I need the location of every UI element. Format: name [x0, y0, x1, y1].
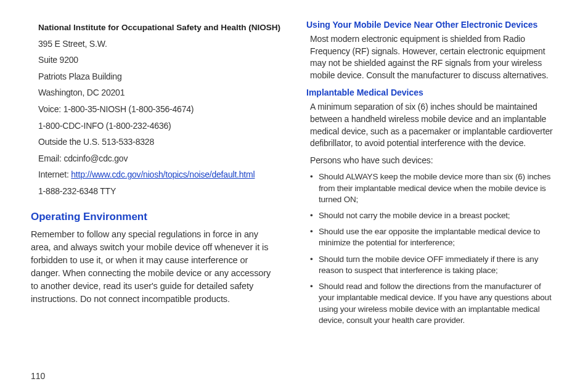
- list-item: Should turn the mobile device OFF immedi…: [310, 254, 557, 276]
- implant-body-2: Persons who have such devices:: [306, 155, 557, 167]
- niosh-building: Patriots Plaza Building: [38, 68, 282, 85]
- niosh-voice: Voice: 1-800-35-NIOSH (1-800-356-4674): [38, 101, 282, 118]
- niosh-cdcinfo: 1-800-CDC-INFO (1-800-232-4636): [38, 118, 282, 134]
- list-item: Should read and follow the directions fr…: [310, 281, 557, 326]
- left-column: National Institute for Occupational Safe…: [31, 20, 282, 332]
- niosh-outside-us: Outside the U.S. 513-533-8328: [38, 134, 282, 150]
- niosh-internet-link[interactable]: http://www.cdc.gov/niosh/topics/noise/de…: [71, 169, 255, 179]
- list-item: Should ALWAYS keep the mobile device mor…: [310, 171, 557, 205]
- list-item: Should use the ear opposite the implanta…: [310, 226, 557, 248]
- page-number: 110: [31, 371, 45, 381]
- implant-bullets: Should ALWAYS keep the mobile device mor…: [306, 171, 557, 326]
- list-item: Should not carry the mobile device in a …: [310, 210, 557, 221]
- niosh-email: Email: cdcinfo@cdc.gov: [38, 150, 282, 167]
- niosh-tty: 1-888-232-6348 TTY: [38, 183, 282, 200]
- right-column: Using Your Mobile Device Near Other Elec…: [306, 20, 557, 332]
- implant-section: Implantable Medical Devices A minimum se…: [306, 88, 557, 326]
- niosh-suite: Suite 9200: [38, 52, 282, 68]
- niosh-address-block: National Institute for Occupational Safe…: [31, 20, 282, 200]
- niosh-internet-line: Internet: http://www.cdc.gov/niosh/topic…: [38, 166, 282, 183]
- niosh-title: National Institute for Occupational Safe…: [38, 20, 282, 36]
- niosh-street: 395 E Street, S.W.: [38, 36, 282, 52]
- near-devices-heading: Using Your Mobile Device Near Other Elec…: [306, 20, 557, 30]
- niosh-city: Washington, DC 20201: [38, 84, 282, 101]
- internet-prefix: Internet:: [38, 169, 71, 179]
- operating-environment-body: Remember to follow any special regulatio…: [31, 228, 282, 306]
- operating-environment-heading: Operating Environment: [31, 211, 282, 223]
- implant-heading: Implantable Medical Devices: [306, 88, 557, 97]
- near-devices-body: Most modern electronic equipment is shie…: [306, 33, 557, 81]
- near-devices-section: Using Your Mobile Device Near Other Elec…: [306, 20, 557, 81]
- implant-body-1: A minimum separation of six (6) inches s…: [306, 101, 557, 149]
